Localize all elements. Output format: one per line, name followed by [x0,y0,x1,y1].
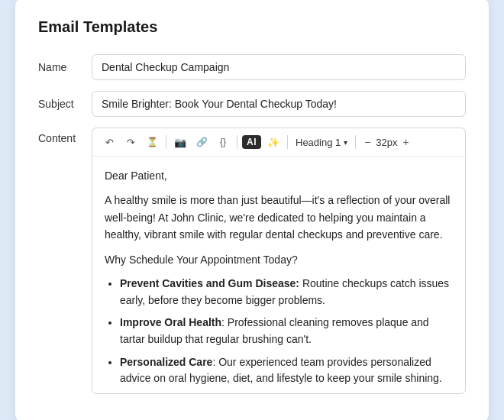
redo-button[interactable]: ↷ [121,133,140,151]
body-paragraph-1: A healthy smile is more than just beauti… [105,192,453,243]
list-item: Personalized Care: Our experienced team … [120,354,453,387]
name-row: Name [38,54,466,80]
editor-content[interactable]: Dear Patient, A healthy smile is more th… [92,157,465,393]
editor-toolbar: ↶ ↷ ⏳ 📷 🔗 {} AI ✨ Heading 1 ▾ − 32px [92,128,465,157]
page-title: Email Templates [38,18,466,36]
variable-button[interactable]: {} [214,133,232,151]
name-label: Name [38,54,92,73]
magic-button[interactable]: ✨ [264,133,283,151]
undo-button[interactable]: ↶ [100,133,118,151]
email-templates-card: Email Templates Name Subject Content ↶ ↷… [15,0,489,420]
sep-1 [166,135,166,149]
list-item: Prevent Cavities and Gum Disease: Routin… [120,276,453,309]
name-input[interactable] [92,54,466,80]
sep-4 [355,135,356,149]
heading-label: Heading 1 [296,137,341,148]
image-button[interactable]: 📷 [171,133,189,151]
content-label: Content [38,128,92,144]
sep-2 [237,135,237,149]
history-button[interactable]: ⏳ [143,133,161,151]
chevron-down-icon: ▾ [344,138,347,147]
body-paragraph-2: Why Schedule Your Appointment Today? [105,251,453,268]
font-size-decrease-button[interactable]: − [360,135,374,149]
subject-input[interactable] [92,91,466,117]
font-size-control: − 32px + [360,135,412,149]
subject-label: Subject [38,91,92,110]
ai-button[interactable]: AI [242,135,261,149]
greeting-paragraph: Dear Patient, [105,167,453,184]
content-editor-area: ↶ ↷ ⏳ 📷 🔗 {} AI ✨ Heading 1 ▾ − 32px [92,128,466,394]
content-row: Content ↶ ↷ ⏳ 📷 🔗 {} AI ✨ Heading 1 ▾ [38,128,466,394]
bullet-list: Prevent Cavities and Gum Disease: Routin… [105,276,453,393]
link-button[interactable]: 🔗 [192,133,211,151]
heading-select[interactable]: Heading 1 ▾ [292,135,351,150]
sep-3 [287,135,288,149]
font-size-increase-button[interactable]: + [399,135,412,149]
font-size-value: 32px [376,137,397,148]
subject-row: Subject [38,91,466,117]
list-item: Improve Oral Health: Professional cleani… [120,315,453,347]
